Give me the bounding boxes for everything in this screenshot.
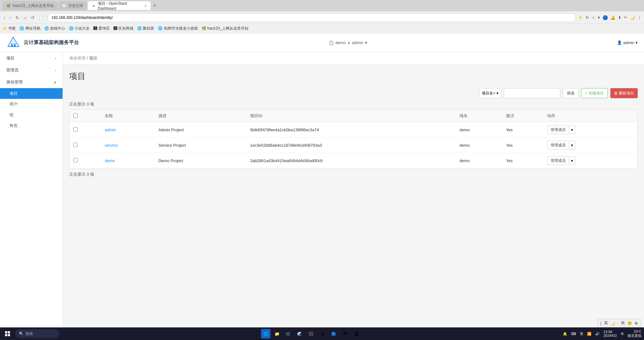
account-icon[interactable]: 🔵	[602, 15, 608, 20]
manage-members-btn-1[interactable]: 管理成员	[547, 125, 569, 134]
row-name-1: admin	[101, 122, 155, 138]
col-checkbox	[69, 110, 101, 122]
action-group-1: 管理成员 ▾	[547, 125, 634, 134]
star-icon[interactable]: ☆	[591, 15, 595, 20]
content-area: 项目 项目名= ▾ 筛选 + 创建项目 🗑 删除项目 正在显示 3 项 名称	[63, 65, 644, 186]
project-link-admin[interactable]: admin	[105, 128, 116, 132]
settings-icon[interactable]: ⚙	[635, 321, 638, 326]
download-icon[interactable]: ⬇	[618, 15, 621, 20]
tab-history[interactable]: 🕐 历史记录	[58, 1, 87, 10]
chinese-icon[interactable]: 简	[621, 320, 625, 326]
tab-openstack[interactable]: 🔺 项目 - OpenStack Dashboard ✕	[88, 1, 151, 10]
project-name: demo	[336, 40, 346, 45]
menu-icon[interactable]: ▾	[598, 15, 600, 20]
project-link-service[interactable]: service	[105, 143, 118, 148]
bookmark-nav[interactable]: 🌐 网址导航	[19, 26, 40, 31]
close-icon[interactable]: ✕	[144, 4, 147, 8]
notification-icon[interactable]: 🔔	[610, 15, 615, 20]
dot-icon: ·	[618, 321, 619, 326]
address-input[interactable]	[47, 13, 576, 22]
action-dropdown-btn-1[interactable]: ▾	[569, 125, 575, 134]
row-name-2: service	[101, 138, 155, 153]
select-all-checkbox[interactable]	[73, 113, 78, 118]
extension-icon-2[interactable]: ✂	[624, 15, 627, 20]
cursor-icon: |	[601, 321, 602, 326]
col-active: 激活	[502, 110, 543, 122]
sidebar-item-admin[interactable]: 管理员 ›	[0, 64, 63, 76]
sidebar-item-identity[interactable]: 身份管理 ∨	[0, 76, 63, 88]
back-button[interactable]: ‹	[3, 14, 7, 21]
sidebar-subitem-users[interactable]: 用户	[0, 99, 63, 110]
col-domain: 域名	[456, 110, 502, 122]
toolbar: 项目名= ▾ 筛选 + 创建项目 🗑 删除项目	[69, 88, 638, 98]
col-action: 动作	[543, 110, 638, 122]
extension-icon-1[interactable]: ⚡	[578, 15, 583, 20]
bookmark-novels[interactable]: 🌐 小说大全	[69, 26, 90, 31]
filter-label: 项目名=	[482, 91, 495, 96]
create-project-button[interactable]: + 创建项目	[581, 88, 608, 98]
breadcrumb-identity[interactable]: 身份管理	[69, 56, 86, 60]
row-checkbox-1	[69, 122, 101, 138]
chevron-right-icon: ›	[55, 56, 56, 60]
filter-dropdown[interactable]: 项目名= ▾	[479, 88, 501, 98]
sidebar-sublabel-users: 用户	[9, 102, 18, 106]
user-dropdown-icon: ▾	[636, 40, 638, 45]
refresh-button[interactable]: ↻	[14, 14, 20, 21]
bookmark-taobao[interactable]: 🅹 爱淘宝	[93, 26, 109, 31]
emoji-icon[interactable]: 🙂	[627, 321, 632, 326]
sidebar-subitem-groups[interactable]: 组	[0, 110, 63, 120]
user-icon: 👤	[617, 40, 622, 45]
action-dropdown-btn-2[interactable]: ▾	[569, 141, 575, 150]
projects-table: 名称 描述 项目ID 域名 激活 动作 admin Admin Project …	[69, 110, 638, 168]
row2-checkbox[interactable]	[73, 143, 78, 147]
sidebar-item-project[interactable]: 项目 ›	[0, 52, 63, 64]
tab-hao123[interactable]: 🌿 hao123_上网从这里开始	[3, 1, 58, 10]
manage-members-btn-2[interactable]: 管理成员	[547, 141, 569, 150]
ime-lang[interactable]: 英	[604, 320, 608, 326]
new-tab-button[interactable]: +	[151, 3, 158, 9]
browser-toolbar-icons: ⚡ ↻ ☆ ▾ 🔵 🔔 ⬇ ✂ 🌙 ⋮	[578, 15, 641, 20]
project-selector[interactable]: 📋 demo ● admin ▾	[329, 40, 367, 45]
refresh-icon[interactable]: ↻	[586, 15, 589, 20]
theme-icon[interactable]: 🌙	[630, 15, 635, 20]
breadcrumb-projects: 项目	[89, 56, 97, 60]
bookmark-solitaire[interactable]: 🌐 纸牌空当接龙小游戏	[158, 26, 197, 31]
count-bottom: 正在显示 3 项	[69, 172, 638, 177]
sidebar-subitem-projects[interactable]: 项目	[0, 88, 63, 99]
moon-icon: 🌙	[610, 321, 615, 326]
logo-text: 云计算基础架构服务平台	[24, 39, 79, 46]
row-desc-2: Service Project	[155, 138, 246, 153]
sidebar-subitem-roles[interactable]: 角色	[0, 120, 63, 131]
bookmark-jd[interactable]: 🅹 京东商城	[114, 26, 133, 31]
table-row: admin Admin Project 0b840f478fee4a1cb0ba…	[69, 122, 638, 138]
project-icon: 📋	[329, 40, 334, 45]
tab-favicon-2: 🕐	[62, 4, 66, 8]
sidebar: 项目 › 管理员 › 身份管理 ∨ 项目 用户 组 角色	[0, 52, 63, 327]
bookmark-hao123[interactable]: 🌿 hao123_上网从这里开始	[202, 26, 248, 31]
row-desc-3: Demo Project	[155, 153, 246, 168]
tab-label-2: 历史记录	[68, 3, 83, 8]
bookmark-juhua[interactable]: 🌐 聚划算	[137, 26, 154, 31]
delete-project-button[interactable]: 🗑 删除项目	[610, 88, 638, 98]
forward-button[interactable]: ›	[8, 14, 13, 21]
sidebar-label-project: 项目	[6, 55, 14, 61]
more-icon[interactable]: ⋮	[637, 15, 641, 20]
row-domain-1: demo	[456, 122, 502, 138]
user-menu[interactable]: 👤 admin ▾	[617, 40, 638, 45]
filter-button[interactable]: 筛选	[563, 88, 579, 98]
project-link-demo[interactable]: demo	[105, 158, 115, 163]
row1-checkbox[interactable]	[73, 127, 78, 132]
search-input[interactable]	[504, 88, 560, 98]
reader-button[interactable]: 📄	[38, 14, 46, 21]
bookmark-star[interactable]: ⭐ 书签	[3, 26, 16, 31]
action-dropdown-btn-3[interactable]: ▾	[569, 156, 575, 165]
home-button[interactable]: ⌂	[22, 14, 27, 21]
manage-members-btn-3[interactable]: 管理成员	[547, 156, 569, 165]
bookmark-games[interactable]: 🌐 游戏中心	[44, 26, 65, 31]
row3-checkbox[interactable]	[73, 158, 78, 162]
undo-button[interactable]: ↺	[30, 14, 36, 21]
breadcrumb: 身份管理 / 项目	[63, 52, 644, 65]
header-right: 📋 demo ● admin ▾	[329, 40, 367, 45]
tab-label-3: 项目 - OpenStack Dashboard	[98, 1, 141, 11]
col-description: 描述	[155, 110, 246, 122]
